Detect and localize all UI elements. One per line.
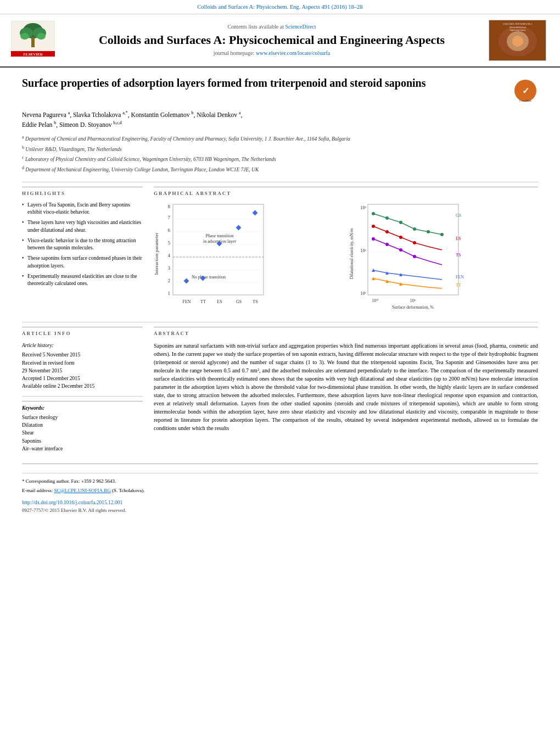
journal-citation-bar: Colloids and Surfaces A: Physicochem. En… — [0, 0, 560, 14]
article-info-abstract-section: ARTICLE INFO Article history: Received 5… — [22, 327, 538, 453]
highlight-item-5: Experimentally measured elasticities are… — [22, 273, 143, 288]
keywords-label: Keywords: — [22, 404, 143, 412]
svg-point-65 — [399, 221, 402, 224]
crossmark-svg: ✓ CrossMark — [513, 79, 538, 103]
highlight-item-4: These saponins form surface condensed ph… — [22, 255, 143, 270]
svg-text:COLLOIDS AND SURFACES A: COLLOIDS AND SURFACES A — [503, 23, 533, 25]
abstract-text: Saponins are natural surfactants with no… — [154, 342, 538, 432]
interaction-parameter-chart: 1 2 3 4 5 6 7 8 Interaction parameter FE… — [154, 202, 269, 311]
elsevier-logo-svg: ELSEVIER — [11, 21, 55, 57]
abstract-label: ABSTRACT — [154, 327, 538, 337]
email-link[interactable]: SC@LCPE.UNI-SOFIA.BG — [54, 488, 110, 493]
svg-text:10³: 10³ — [361, 205, 367, 210]
svg-point-5 — [20, 33, 29, 40]
highlights-column: HIGHLIGHTS Layers of Tea Saponin, Escin … — [22, 187, 143, 314]
article-history-group: Article history: Received 5 November 201… — [22, 342, 143, 390]
svg-text:TS: TS — [456, 253, 461, 258]
svg-point-68 — [440, 233, 444, 236]
doi-link[interactable]: http://dx.doi.org/10.1016/j.colsurfa.201… — [22, 500, 122, 505]
article-title: Surface properties of adsorption layers … — [22, 76, 505, 90]
graphical-abstract-charts: 1 2 3 4 5 6 7 8 Interaction parameter FE… — [154, 202, 538, 314]
contents-available-line: Contents lists available at ScienceDirec… — [60, 23, 483, 31]
highlights-list: Layers of Tea Saponin, Escin and Berry s… — [22, 202, 143, 288]
highlight-item-3: Visco-elastic behavior is due to the str… — [22, 237, 143, 252]
journal-homepage-link[interactable]: www.elsevier.com/locate/colsurfa — [256, 50, 330, 56]
left-chart-container: 1 2 3 4 5 6 7 8 Interaction parameter FE… — [154, 202, 343, 314]
svg-point-12 — [512, 36, 523, 47]
right-chart-container: 10¹ 10² 10³ Dilatational elasticity, mN/… — [349, 202, 538, 314]
svg-text:No phase transition: No phase transition — [192, 275, 226, 280]
svg-point-66 — [413, 227, 416, 231]
graphical-abstract-label: GRAPHICAL ABSTRACT — [154, 187, 538, 197]
keyword-5: Air–water interface — [22, 445, 143, 453]
article-history-label: Article history: — [22, 342, 143, 349]
journal-header: ELSEVIER Contents lists available at Sci… — [0, 14, 560, 68]
svg-text:10²: 10² — [361, 248, 367, 253]
cover-art: COLLOIDS AND SURFACES A Physicochemical … — [489, 20, 546, 61]
journal-homepage-line: journal homepage: www.elsevier.com/locat… — [60, 49, 483, 57]
received-revised-label: Received in revised form — [22, 359, 143, 367]
sciencedirect-link[interactable]: ScienceDirect — [285, 24, 316, 30]
section-divider-2 — [22, 322, 538, 322]
keyword-4: Saponins — [22, 437, 143, 445]
svg-point-70 — [385, 230, 389, 233]
svg-point-67 — [427, 230, 430, 233]
svg-point-71 — [399, 236, 402, 239]
article-info-column: ARTICLE INFO Article history: Received 5… — [22, 327, 143, 453]
footer-section: * Corresponding author. Fax: +359 2 962 … — [22, 464, 538, 514]
main-content: Surface properties of adsorption layers … — [0, 68, 560, 525]
keyword-2: Dilatation — [22, 421, 143, 429]
svg-text:10⁰: 10⁰ — [372, 298, 378, 303]
svg-point-69 — [372, 225, 375, 228]
journal-header-center: Contents lists available at ScienceDirec… — [60, 23, 483, 57]
svg-text:6: 6 — [168, 227, 171, 233]
crossmark-logo[interactable]: ✓ CrossMark — [513, 79, 538, 103]
affiliations: a Department of Chemical and Pharmaceuti… — [22, 134, 538, 174]
copyright-line: 0927-7757/© 2015 Elsevier B.V. All right… — [22, 507, 538, 514]
svg-text:10¹: 10¹ — [361, 291, 367, 296]
svg-point-73 — [372, 237, 375, 241]
svg-text:Surface deformation, %: Surface deformation, % — [392, 305, 434, 310]
dilatational-elasticity-chart: 10¹ 10² 10³ Dilatational elasticity, mN/… — [349, 202, 464, 311]
highlights-label: HIGHLIGHTS — [22, 187, 143, 197]
svg-text:7: 7 — [168, 215, 171, 220]
footer-links: http://dx.doi.org/10.1016/j.colsurfa.201… — [22, 499, 538, 506]
svg-point-64 — [385, 216, 389, 220]
elsevier-logo-area: ELSEVIER — [11, 21, 55, 59]
highlights-graphical-section: HIGHLIGHTS Layers of Tea Saponin, Escin … — [22, 187, 538, 314]
corresponding-author-note: * Corresponding author. Fax: +359 2 962 … — [22, 478, 538, 485]
svg-rect-49 — [368, 204, 458, 295]
journal-cover-area: COLLOIDS AND SURFACES A Physicochemical … — [489, 20, 549, 61]
affiliation-a: a Department of Chemical and Pharmaceuti… — [22, 134, 538, 143]
authors-line: Nevena Pagureva a, Slavka Tcholakova a,*… — [22, 110, 538, 130]
svg-text:GS: GS — [456, 213, 461, 218]
article-info-box: Article history: Received 5 November 201… — [22, 342, 143, 453]
svg-text:Engineering Aspects: Engineering Aspects — [510, 29, 527, 31]
svg-point-63 — [372, 212, 375, 215]
svg-text:GS: GS — [236, 299, 242, 304]
accepted-date: Accepted 1 December 2015 — [22, 375, 143, 382]
section-divider — [22, 182, 538, 182]
journal-cover-image: COLLOIDS AND SURFACES A Physicochemical … — [489, 20, 546, 61]
journal-citation: Colloids and Surfaces A: Physicochem. En… — [197, 4, 362, 10]
svg-text:ELSEVIER: ELSEVIER — [23, 52, 43, 57]
svg-text:ES: ES — [456, 236, 461, 241]
abstract-column: ABSTRACT Saponins are natural surfactant… — [154, 327, 538, 453]
keywords-divider — [22, 396, 143, 397]
svg-text:TT: TT — [456, 283, 461, 288]
svg-point-75 — [399, 248, 402, 252]
highlight-item-1: Layers of Tea Saponin, Escin and Berry s… — [22, 202, 143, 216]
svg-text:1: 1 — [168, 291, 171, 296]
svg-text:FEN: FEN — [456, 275, 464, 280]
affiliation-b: b Unilever R&D, Vlaardingen, The Netherl… — [22, 144, 538, 153]
svg-text:ES: ES — [217, 299, 222, 304]
available-online-date: Available online 2 December 2015 — [22, 382, 143, 390]
affiliation-c: c Laboratory of Physical Chemistry and C… — [22, 154, 538, 163]
article-info-label: ARTICLE INFO — [22, 327, 143, 337]
keyword-1: Surface rheology — [22, 414, 143, 421]
keyword-3: Shear — [22, 429, 143, 437]
footer-divider — [22, 473, 538, 473]
svg-point-72 — [413, 241, 416, 244]
affiliation-d: d Department of Mechanical Engineering, … — [22, 165, 538, 174]
keywords-section: Keywords: Surface rheology Dilatation Sh… — [22, 401, 143, 453]
